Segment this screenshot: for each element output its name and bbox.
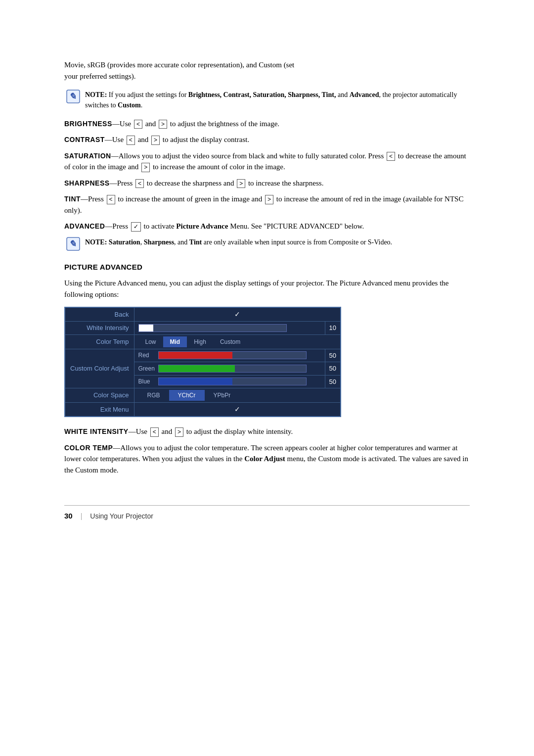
color-space-ypbpr: YPbPr bbox=[205, 390, 240, 401]
section-intro: Using the Picture Advanced menu, you can… bbox=[64, 278, 470, 300]
red-track bbox=[158, 351, 307, 359]
color-green-cell: Green bbox=[134, 362, 325, 376]
saturation-btn-right: > bbox=[141, 163, 150, 172]
menu-row-white-intensity: White Intensity 10 bbox=[65, 322, 341, 335]
wi-btn-right: > bbox=[175, 427, 183, 437]
red-fill bbox=[159, 352, 232, 359]
white-intensity-desc-label: White Intensity bbox=[64, 427, 129, 435]
green-value: 50 bbox=[325, 362, 341, 376]
white-intensity-menu-label: White Intensity bbox=[65, 322, 134, 335]
advanced-btn-check: ✓ bbox=[131, 222, 141, 232]
color-temp-options-cell: Low Mid High Custom bbox=[134, 334, 341, 349]
custom-color-adjust-label: Custom Color Adjust bbox=[65, 349, 134, 388]
advanced-line: Advanced—Press ✓ to activate Picture Adv… bbox=[64, 221, 470, 232]
back-checkmark: ✓ bbox=[134, 307, 341, 322]
contrast-btn-left: < bbox=[127, 136, 135, 145]
color-space-options-cell: RGB YChCr YPbPr bbox=[134, 388, 341, 403]
wi-btn-left: < bbox=[150, 427, 159, 437]
note-icon-2: ✎ bbox=[66, 237, 80, 251]
footer-separator: | bbox=[81, 511, 83, 521]
brightness-btn-right: > bbox=[159, 120, 167, 129]
note-text-1: NOTE: If you adjust the settings for Bri… bbox=[85, 90, 470, 110]
intro-line1: Movie, sRGB (provides more accurate colo… bbox=[64, 61, 294, 69]
sharpness-btn-right: > bbox=[237, 179, 245, 189]
note1-label: NOTE: bbox=[85, 91, 107, 98]
color-space-rgb: RGB bbox=[138, 390, 169, 401]
tint-label: Tint bbox=[64, 195, 81, 203]
menu-row-back: Back ✓ bbox=[65, 307, 341, 322]
white-intensity-value: 10 bbox=[325, 322, 341, 335]
picture-advanced-menu: Back ✓ White Intensity 10 Color Temp bbox=[64, 307, 341, 417]
sharpness-label: Sharpness bbox=[64, 179, 110, 187]
color-temp-desc-label: Color Temp bbox=[64, 444, 113, 452]
note-icon-1: ✎ bbox=[66, 90, 80, 103]
page-footer: 30 | Using Your Projector bbox=[64, 505, 470, 522]
red-sub-label: Red bbox=[138, 351, 156, 360]
green-track bbox=[158, 365, 307, 373]
color-space-options: RGB YChCr YPbPr bbox=[138, 390, 337, 401]
color-temp-custom: Custom bbox=[213, 336, 247, 347]
contrast-label: Contrast bbox=[64, 136, 105, 143]
color-temp-desc: Color Temp—Allows you to adjust the colo… bbox=[64, 442, 470, 476]
red-value: 50 bbox=[325, 349, 341, 362]
tint-line: Tint—Press < to increase the amount of g… bbox=[64, 193, 470, 216]
color-space-menu-label: Color Space bbox=[65, 388, 134, 403]
section-heading: PICTURE ADVANCED bbox=[64, 262, 470, 273]
brightness-btn-left: < bbox=[134, 120, 142, 129]
brightness-label: Brightness bbox=[64, 120, 112, 128]
saturation-btn-left: < bbox=[387, 152, 395, 161]
saturation-label: Saturation bbox=[64, 152, 111, 160]
blue-fill bbox=[159, 378, 232, 385]
saturation-line: Saturation—Allows you to adjust the vide… bbox=[64, 150, 470, 173]
white-intensity-desc: White Intensity—Use < and > to adjust th… bbox=[64, 426, 470, 437]
exit-menu-label: Exit Menu bbox=[65, 403, 134, 417]
note2-label: NOTE: bbox=[85, 238, 107, 246]
color-temp-mid: Mid bbox=[163, 336, 187, 347]
blue-sub-label: Blue bbox=[138, 377, 156, 386]
color-space-ychcr: YChCr bbox=[169, 390, 205, 401]
white-intensity-slider-cell bbox=[134, 322, 325, 335]
blue-value: 50 bbox=[325, 375, 341, 388]
note-text-2: NOTE: Saturation, Sharpness, and Tint ar… bbox=[85, 237, 392, 247]
color-temp-low: Low bbox=[138, 336, 163, 347]
white-intensity-track bbox=[138, 324, 287, 332]
blue-track bbox=[158, 378, 307, 385]
color-temp-options: Low Mid High Custom bbox=[138, 336, 337, 347]
page-content: Movie, sRGB (provides more accurate colo… bbox=[0, 0, 534, 562]
menu-row-color-temp: Color Temp Low Mid High Custom bbox=[65, 334, 341, 349]
svg-text:✎: ✎ bbox=[69, 239, 76, 249]
advanced-label: Advanced bbox=[64, 222, 105, 230]
color-blue-cell: Blue bbox=[134, 375, 325, 388]
menu-row-color-space: Color Space RGB YChCr YPbPr bbox=[65, 388, 341, 403]
note-box-2: ✎ NOTE: Saturation, Sharpness, and Tint … bbox=[66, 237, 470, 251]
tint-btn-right: > bbox=[265, 195, 273, 204]
white-intensity-fill bbox=[139, 325, 154, 331]
green-sub-label: Green bbox=[138, 364, 156, 373]
intro-line2: your preferred settings). bbox=[64, 72, 136, 80]
brightness-line: Brightness—Use < and > to adjust the bri… bbox=[64, 118, 470, 130]
tint-btn-left: < bbox=[107, 195, 115, 204]
color-temp-menu-label: Color Temp bbox=[65, 334, 134, 349]
footer-page-number: 30 bbox=[64, 511, 73, 522]
contrast-btn-right: > bbox=[151, 136, 160, 145]
note-box-1: ✎ NOTE: If you adjust the settings for B… bbox=[66, 90, 470, 110]
menu-row-exit: Exit Menu ✓ bbox=[65, 403, 341, 417]
contrast-line: Contrast—Use < and > to adjust the displ… bbox=[64, 134, 470, 145]
menu-row-custom-color-label: Custom Color Adjust Red 50 bbox=[65, 349, 341, 362]
footer-chapter: Using Your Projector bbox=[90, 511, 153, 521]
sharpness-btn-left: < bbox=[135, 179, 144, 189]
color-temp-high: High bbox=[187, 336, 213, 347]
svg-text:✎: ✎ bbox=[69, 92, 76, 101]
exit-checkmark: ✓ bbox=[134, 403, 341, 417]
back-label: Back bbox=[65, 307, 134, 322]
color-red-cell: Red bbox=[134, 349, 325, 362]
sharpness-line: Sharpness—Press < to decrease the sharpn… bbox=[64, 178, 470, 189]
green-fill bbox=[159, 365, 235, 372]
intro-paragraph: Movie, sRGB (provides more accurate colo… bbox=[64, 59, 470, 83]
